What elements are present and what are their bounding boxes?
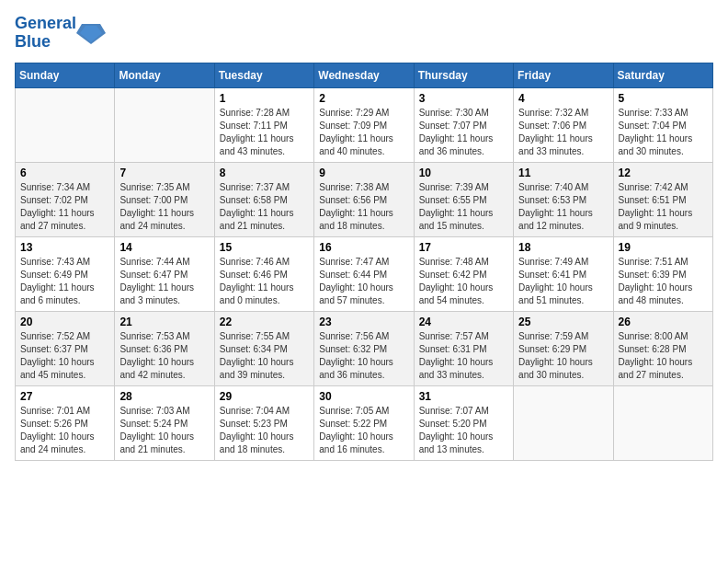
day-number: 3 — [419, 92, 508, 105]
calendar-cell: 20Sunrise: 7:52 AM Sunset: 6:37 PM Dayli… — [16, 311, 115, 385]
day-info: Sunrise: 7:55 AM Sunset: 6:34 PM Dayligh… — [220, 330, 309, 382]
day-info: Sunrise: 7:37 AM Sunset: 6:58 PM Dayligh… — [220, 181, 309, 233]
calendar-cell — [115, 87, 214, 162]
calendar-cell: 2Sunrise: 7:29 AM Sunset: 7:09 PM Daylig… — [314, 87, 414, 162]
day-number: 22 — [220, 316, 309, 328]
calendar-cell: 9Sunrise: 7:38 AM Sunset: 6:56 PM Daylig… — [314, 162, 414, 236]
calendar-cell: 17Sunrise: 7:48 AM Sunset: 6:42 PM Dayli… — [414, 236, 513, 311]
calendar-cell — [613, 385, 712, 460]
calendar-cell: 13Sunrise: 7:43 AM Sunset: 6:49 PM Dayli… — [16, 236, 115, 311]
day-info: Sunrise: 7:42 AM Sunset: 6:51 PM Dayligh… — [619, 181, 708, 233]
day-info: Sunrise: 7:34 AM Sunset: 7:02 PM Dayligh… — [20, 181, 109, 233]
day-info: Sunrise: 7:05 AM Sunset: 5:22 PM Dayligh… — [319, 405, 408, 456]
weekday-header: Thursday — [414, 63, 513, 87]
day-number: 24 — [419, 316, 508, 328]
calendar-cell: 3Sunrise: 7:30 AM Sunset: 7:07 PM Daylig… — [414, 87, 513, 162]
day-info: Sunrise: 7:39 AM Sunset: 6:55 PM Dayligh… — [419, 181, 508, 233]
day-number: 19 — [619, 241, 708, 254]
weekday-header: Wednesday — [314, 63, 414, 87]
day-info: Sunrise: 7:53 AM Sunset: 6:36 PM Dayligh… — [119, 330, 209, 382]
day-number: 17 — [419, 241, 508, 254]
day-info: Sunrise: 7:32 AM Sunset: 7:06 PM Dayligh… — [518, 107, 608, 158]
day-info: Sunrise: 7:03 AM Sunset: 5:24 PM Dayligh… — [119, 405, 209, 456]
day-number: 11 — [518, 167, 608, 179]
day-number: 5 — [619, 92, 708, 105]
calendar-cell: 15Sunrise: 7:46 AM Sunset: 6:46 PM Dayli… — [214, 236, 313, 311]
calendar-cell: 28Sunrise: 7:03 AM Sunset: 5:24 PM Dayli… — [115, 385, 214, 460]
calendar-cell: 25Sunrise: 7:59 AM Sunset: 6:29 PM Dayli… — [514, 311, 613, 385]
day-number: 8 — [220, 167, 309, 179]
calendar-cell: 16Sunrise: 7:47 AM Sunset: 6:44 PM Dayli… — [314, 236, 414, 311]
weekday-header: Saturday — [613, 63, 712, 87]
calendar-cell: 14Sunrise: 7:44 AM Sunset: 6:47 PM Dayli… — [115, 236, 214, 311]
day-number: 28 — [119, 390, 209, 403]
calendar-cell: 4Sunrise: 7:32 AM Sunset: 7:06 PM Daylig… — [514, 87, 613, 162]
day-info: Sunrise: 7:43 AM Sunset: 6:49 PM Dayligh… — [20, 256, 109, 307]
logo: General Blue — [15, 15, 106, 52]
calendar-cell — [514, 385, 613, 460]
day-info: Sunrise: 7:44 AM Sunset: 6:47 PM Dayligh… — [119, 256, 209, 307]
calendar-cell: 7Sunrise: 7:35 AM Sunset: 7:00 PM Daylig… — [115, 162, 214, 236]
calendar-cell: 12Sunrise: 7:42 AM Sunset: 6:51 PM Dayli… — [613, 162, 712, 236]
day-info: Sunrise: 7:56 AM Sunset: 6:32 PM Dayligh… — [319, 330, 408, 382]
weekday-header: Sunday — [16, 63, 115, 87]
day-info: Sunrise: 7:35 AM Sunset: 7:00 PM Dayligh… — [119, 181, 209, 233]
day-number: 27 — [20, 390, 109, 403]
calendar-cell: 31Sunrise: 7:07 AM Sunset: 5:20 PM Dayli… — [414, 385, 513, 460]
calendar-cell: 6Sunrise: 7:34 AM Sunset: 7:02 PM Daylig… — [16, 162, 115, 236]
day-info: Sunrise: 7:28 AM Sunset: 7:11 PM Dayligh… — [220, 107, 309, 158]
day-info: Sunrise: 7:57 AM Sunset: 6:31 PM Dayligh… — [419, 330, 508, 382]
day-number: 20 — [20, 316, 109, 328]
logo-icon — [76, 20, 106, 46]
calendar-cell: 19Sunrise: 7:51 AM Sunset: 6:39 PM Dayli… — [613, 236, 712, 311]
day-info: Sunrise: 7:07 AM Sunset: 5:20 PM Dayligh… — [419, 405, 508, 456]
day-number: 2 — [319, 92, 408, 105]
calendar-cell: 18Sunrise: 7:49 AM Sunset: 6:41 PM Dayli… — [514, 236, 613, 311]
day-info: Sunrise: 7:01 AM Sunset: 5:26 PM Dayligh… — [20, 405, 109, 456]
calendar-cell: 27Sunrise: 7:01 AM Sunset: 5:26 PM Dayli… — [16, 385, 115, 460]
day-info: Sunrise: 7:46 AM Sunset: 6:46 PM Dayligh… — [220, 256, 309, 307]
calendar-cell: 29Sunrise: 7:04 AM Sunset: 5:23 PM Dayli… — [214, 385, 313, 460]
calendar-cell: 5Sunrise: 7:33 AM Sunset: 7:04 PM Daylig… — [613, 87, 712, 162]
calendar-cell: 8Sunrise: 7:37 AM Sunset: 6:58 PM Daylig… — [214, 162, 313, 236]
calendar-table: SundayMondayTuesdayWednesdayThursdayFrid… — [15, 63, 713, 461]
day-info: Sunrise: 7:30 AM Sunset: 7:07 PM Dayligh… — [419, 107, 508, 158]
calendar-cell: 11Sunrise: 7:40 AM Sunset: 6:53 PM Dayli… — [514, 162, 613, 236]
weekday-header: Tuesday — [214, 63, 313, 87]
day-number: 25 — [518, 316, 608, 328]
calendar-cell: 26Sunrise: 8:00 AM Sunset: 6:28 PM Dayli… — [613, 311, 712, 385]
calendar-cell: 10Sunrise: 7:39 AM Sunset: 6:55 PM Dayli… — [414, 162, 513, 236]
day-info: Sunrise: 7:33 AM Sunset: 7:04 PM Dayligh… — [619, 107, 708, 158]
day-number: 12 — [619, 167, 708, 179]
day-number: 29 — [220, 390, 309, 403]
day-info: Sunrise: 7:47 AM Sunset: 6:44 PM Dayligh… — [319, 256, 408, 307]
logo-text: General Blue — [15, 15, 76, 52]
day-number: 10 — [419, 167, 508, 179]
day-number: 18 — [518, 241, 608, 254]
day-info: Sunrise: 7:48 AM Sunset: 6:42 PM Dayligh… — [419, 256, 508, 307]
calendar-cell — [16, 87, 115, 162]
day-info: Sunrise: 7:04 AM Sunset: 5:23 PM Dayligh… — [220, 405, 309, 456]
day-info: Sunrise: 7:59 AM Sunset: 6:29 PM Dayligh… — [518, 330, 608, 382]
calendar-cell: 1Sunrise: 7:28 AM Sunset: 7:11 PM Daylig… — [214, 87, 313, 162]
calendar-cell: 22Sunrise: 7:55 AM Sunset: 6:34 PM Dayli… — [214, 311, 313, 385]
day-number: 13 — [20, 241, 109, 254]
day-info: Sunrise: 8:00 AM Sunset: 6:28 PM Dayligh… — [619, 330, 708, 382]
day-number: 4 — [518, 92, 608, 105]
calendar-cell: 21Sunrise: 7:53 AM Sunset: 6:36 PM Dayli… — [115, 311, 214, 385]
weekday-header: Friday — [514, 63, 613, 87]
calendar-cell: 30Sunrise: 7:05 AM Sunset: 5:22 PM Dayli… — [314, 385, 414, 460]
calendar-cell: 24Sunrise: 7:57 AM Sunset: 6:31 PM Dayli… — [414, 311, 513, 385]
day-number: 21 — [119, 316, 209, 328]
day-info: Sunrise: 7:38 AM Sunset: 6:56 PM Dayligh… — [319, 181, 408, 233]
day-number: 7 — [119, 167, 209, 179]
day-number: 9 — [319, 167, 408, 179]
day-number: 30 — [319, 390, 408, 403]
day-number: 14 — [119, 241, 209, 254]
day-number: 1 — [220, 92, 309, 105]
calendar-header: SundayMondayTuesdayWednesdayThursdayFrid… — [16, 63, 713, 87]
day-number: 26 — [619, 316, 708, 328]
day-info: Sunrise: 7:40 AM Sunset: 6:53 PM Dayligh… — [518, 181, 608, 233]
day-info: Sunrise: 7:29 AM Sunset: 7:09 PM Dayligh… — [319, 107, 408, 158]
weekday-header: Monday — [115, 63, 214, 87]
